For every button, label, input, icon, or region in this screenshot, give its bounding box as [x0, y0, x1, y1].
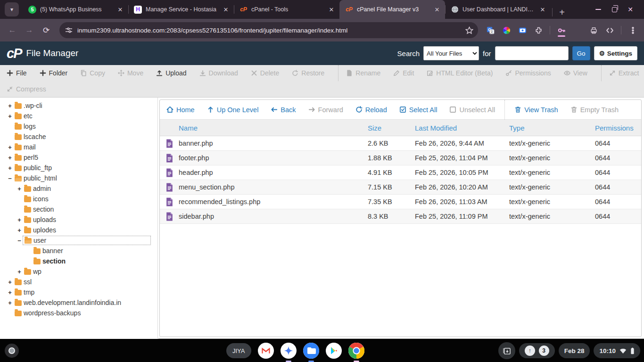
- screen-capture-button[interactable]: [498, 342, 515, 359]
- tree-item-lscache[interactable]: lscache: [0, 132, 157, 142]
- collapse-icon[interactable]: −: [7, 175, 13, 182]
- tree-item-wordpress-backups[interactable]: wordpress-backups: [0, 308, 157, 318]
- chrome-app-button[interactable]: [348, 343, 364, 359]
- browser-tab-5[interactable]: User Dashboard | LANDINFO✕: [445, 0, 551, 19]
- tree-item-admin[interactable]: +admin: [0, 183, 157, 194]
- folder-button[interactable]: Folder: [40, 69, 68, 77]
- settings-button[interactable]: ⚙Settings: [594, 46, 637, 60]
- select-all-button[interactable]: Select All: [399, 106, 438, 114]
- files-app-button[interactable]: [303, 343, 319, 359]
- kebab-menu-icon[interactable]: [626, 23, 639, 37]
- expand-icon[interactable]: +: [7, 113, 13, 120]
- gemini-app-button[interactable]: [281, 343, 297, 359]
- search-scope-select[interactable]: All Your Files: [423, 46, 479, 60]
- tree-item-section[interactable]: section: [0, 256, 157, 266]
- translate-icon[interactable]: G文: [484, 23, 497, 37]
- file-row-recommended-listings-php[interactable]: recommended_listings.php7.35 KBFeb 26, 2…: [160, 195, 641, 209]
- tree-item-public-ftp[interactable]: +public_ftp: [0, 163, 157, 173]
- tab-close-icon[interactable]: ✕: [222, 5, 230, 14]
- column-header-type[interactable]: Type: [509, 124, 595, 132]
- back-button[interactable]: Back: [271, 106, 296, 114]
- tab-close-icon[interactable]: ✕: [538, 5, 547, 14]
- file-row-header-php[interactable]: header.php4.91 KBFeb 25, 2026, 10:05 PMt…: [160, 165, 641, 180]
- tab-close-icon[interactable]: ✕: [327, 5, 336, 14]
- upload-button[interactable]: Upload: [156, 69, 186, 77]
- color-wheel-icon[interactable]: [500, 23, 513, 37]
- code-icon[interactable]: [603, 23, 616, 37]
- tree-item-logs[interactable]: logs: [0, 121, 157, 132]
- search-go-button[interactable]: Go: [572, 46, 590, 60]
- expand-icon[interactable]: +: [7, 279, 13, 286]
- tree-item-public-html[interactable]: −public_html: [0, 173, 157, 183]
- screen-record-icon[interactable]: [516, 23, 529, 37]
- expand-icon[interactable]: +: [7, 165, 13, 172]
- tree-item-section[interactable]: section: [0, 204, 157, 214]
- view-trash-button[interactable]: View Trash: [514, 106, 558, 114]
- expand-icon[interactable]: +: [7, 102, 13, 109]
- tree-item-perl5[interactable]: +perl5: [0, 152, 157, 163]
- expand-icon[interactable]: +: [7, 299, 13, 306]
- browser-tab-3[interactable]: cPcPanel - Tools✕: [234, 0, 339, 19]
- tree-item-uploads[interactable]: +uploads: [0, 214, 157, 225]
- tree-item-icons[interactable]: icons: [0, 194, 157, 204]
- forward-button[interactable]: →: [22, 23, 37, 38]
- tree-item-tmp[interactable]: +tmp: [0, 287, 157, 297]
- expand-icon[interactable]: +: [7, 289, 13, 296]
- expand-icon[interactable]: +: [16, 216, 23, 223]
- extensions-icon[interactable]: [532, 23, 545, 37]
- file-button[interactable]: File: [7, 69, 27, 77]
- expand-icon[interactable]: +: [16, 268, 23, 275]
- search-input[interactable]: [495, 46, 569, 60]
- trash-icon[interactable]: [571, 23, 584, 37]
- file-row-menu-section-php[interactable]: menu_section.php7.15 KBFeb 26, 2026, 10:…: [160, 180, 641, 195]
- browser-tab-2[interactable]: HManage Service - Hostasia✕: [128, 0, 234, 19]
- expand-icon[interactable]: +: [16, 185, 23, 192]
- tree-item-ssl[interactable]: +ssl: [0, 277, 157, 287]
- column-header-name[interactable]: Name: [179, 124, 368, 132]
- tab-search-button[interactable]: ▾: [5, 2, 19, 16]
- tab-close-icon[interactable]: ✕: [116, 5, 124, 14]
- close-button[interactable]: ✕: [622, 0, 638, 19]
- browser-tab-1[interactable]: 5(5) WhatsApp Business✕: [23, 0, 128, 19]
- column-header-last-modified[interactable]: Last Modified: [415, 124, 509, 132]
- tree-item-user[interactable]: −user: [0, 235, 157, 246]
- tree-item--wp-cli[interactable]: +.wp-cli: [0, 100, 157, 111]
- home-button[interactable]: Home: [166, 106, 195, 114]
- reload-button[interactable]: ⟳: [39, 23, 54, 38]
- up-one-level-button[interactable]: Up One Level: [207, 106, 259, 114]
- launcher-button[interactable]: [5, 344, 19, 358]
- expand-icon[interactable]: +: [7, 144, 13, 151]
- restore-button[interactable]: [606, 0, 622, 19]
- browser-tab-4[interactable]: cPcPanel File Manager v3✕: [339, 0, 445, 19]
- tree-item-banner[interactable]: banner: [0, 246, 157, 256]
- new-tab-button[interactable]: +: [555, 6, 569, 19]
- tree-item-mail[interactable]: +mail: [0, 142, 157, 152]
- user-profile-chip[interactable]: JIYA: [226, 343, 251, 358]
- column-header-permissions[interactable]: Permissions: [595, 124, 641, 132]
- file-row-sidebar-php[interactable]: sidebar.php8.3 KBFeb 25, 2026, 11:09 PMt…: [160, 209, 641, 224]
- tree-item-uplodes[interactable]: +uplodes: [0, 225, 157, 235]
- back-button[interactable]: ←: [5, 23, 20, 38]
- file-row-footer-php[interactable]: footer.php1.88 KBFeb 25, 2026, 11:04 PMt…: [160, 151, 641, 165]
- tab-close-icon[interactable]: ✕: [433, 5, 441, 14]
- bookmark-star-icon[interactable]: [463, 26, 475, 34]
- notification-tray[interactable]: ↑ 3: [519, 343, 555, 358]
- gmail-app-button[interactable]: [258, 343, 274, 359]
- address-bar[interactable]: inmum2309.ultrahostnode.com:2083/cpsess5…: [59, 22, 478, 38]
- column-header-size[interactable]: Size: [368, 124, 415, 132]
- expand-icon[interactable]: +: [16, 227, 23, 234]
- file-row-banner-php[interactable]: banner.php2.6 KBFeb 26, 2026, 9:44 AMtex…: [160, 136, 641, 151]
- tree-item-wp[interactable]: +wp: [0, 266, 157, 277]
- tree-item-web-development-landinfoindia-in[interactable]: +web.development.landinfoindia.in: [0, 297, 157, 308]
- minimize-button[interactable]: [590, 0, 606, 19]
- expand-icon[interactable]: +: [7, 154, 13, 161]
- status-tray[interactable]: 10:10: [594, 343, 640, 358]
- reload-button[interactable]: Reload: [355, 106, 387, 114]
- password-key-icon[interactable]: [555, 23, 568, 37]
- printer-icon[interactable]: [587, 23, 600, 37]
- date-chip[interactable]: Feb 28: [559, 343, 590, 358]
- play-store-app-button[interactable]: [326, 343, 342, 359]
- collapse-icon[interactable]: −: [16, 237, 23, 244]
- site-settings-icon[interactable]: [65, 26, 73, 34]
- tree-item-etc[interactable]: +etc: [0, 111, 157, 121]
